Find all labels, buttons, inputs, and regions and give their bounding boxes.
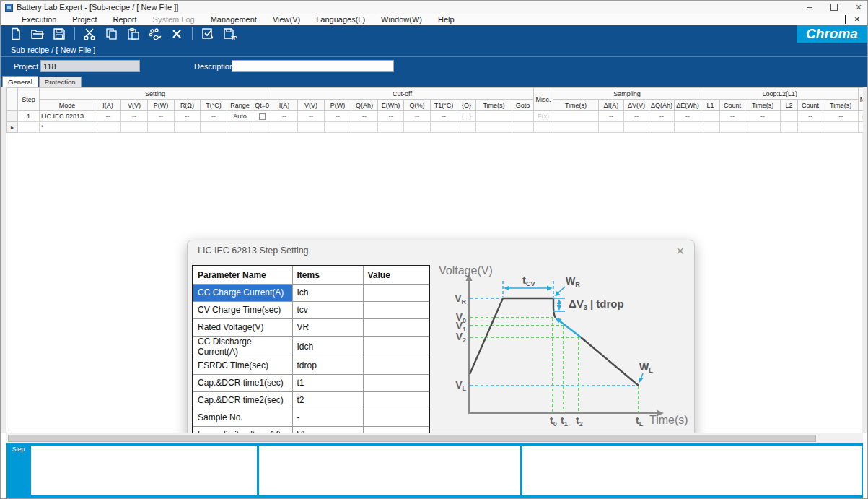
description-input[interactable] xyxy=(232,60,394,72)
cut-button[interactable] xyxy=(79,26,101,42)
grid-cell[interactable] xyxy=(253,122,271,133)
step-number-cell[interactable]: 1 xyxy=(18,111,40,122)
param-item-cell[interactable]: tdrop xyxy=(292,357,363,374)
qt0-checkbox[interactable] xyxy=(259,113,266,120)
menu-management[interactable]: Management xyxy=(203,15,265,24)
paste-button[interactable] xyxy=(123,26,144,42)
param-item-cell[interactable]: t1 xyxy=(292,374,363,391)
open-button[interactable] xyxy=(27,26,48,42)
grid-cell[interactable] xyxy=(121,122,148,133)
grid-cell[interactable]: -- xyxy=(404,111,431,122)
param-name-cell[interactable]: CC Charge Current(A) xyxy=(193,284,292,301)
grid-cell[interactable]: -- xyxy=(325,111,351,122)
grid-cell[interactable]: {...} xyxy=(859,111,863,122)
grid-cell[interactable]: -- xyxy=(378,111,404,122)
param-item-cell[interactable]: Ich xyxy=(292,284,363,301)
param-name-cell[interactable]: Rated Voltage(V) xyxy=(193,318,292,336)
param-name-cell[interactable]: Cap.&DCR time1(sec) xyxy=(193,374,292,391)
param-name-cell[interactable]: CC Discharge Current(A) xyxy=(193,336,292,357)
param-name-cell[interactable]: Cap.&DCR time2(sec) xyxy=(193,391,292,409)
grid-cell[interactable]: -- xyxy=(148,111,175,122)
grid-cell[interactable]: -- xyxy=(823,111,859,122)
grid-cell[interactable] xyxy=(476,122,512,133)
close-icon[interactable]: ✕ xyxy=(854,3,863,12)
grid-cell[interactable] xyxy=(720,122,745,133)
grid-cell[interactable] xyxy=(781,122,798,133)
grid-cell[interactable]: -- xyxy=(720,111,745,122)
menu-languages[interactable]: Languages(L) xyxy=(308,15,373,24)
param-value-cell[interactable] xyxy=(363,318,429,336)
dialog-close-icon[interactable]: ✕ xyxy=(675,245,685,258)
grid-cell[interactable] xyxy=(431,122,457,133)
menu-window[interactable]: Window(W) xyxy=(373,15,430,24)
grid-cell[interactable]: -- xyxy=(649,111,675,122)
grid-cell[interactable] xyxy=(701,122,720,133)
grid-cell[interactable] xyxy=(175,122,201,133)
menu-help[interactable]: Help xyxy=(430,15,463,24)
grid-cell[interactable] xyxy=(599,122,624,133)
grid-cell[interactable]: {...} xyxy=(457,111,476,122)
param-item-cell[interactable]: tcv xyxy=(292,301,363,318)
grid-cell[interactable]: -- xyxy=(745,111,781,122)
grid-cell[interactable] xyxy=(253,111,271,122)
grid-cell[interactable] xyxy=(227,122,253,133)
param-item-cell[interactable]: Idch xyxy=(292,336,363,357)
grid-cell[interactable] xyxy=(534,122,553,133)
grid-cell[interactable] xyxy=(823,122,859,133)
menu-execution[interactable]: Execution xyxy=(14,15,64,24)
save-button[interactable] xyxy=(48,26,70,42)
param-value-cell[interactable] xyxy=(363,409,429,426)
row-marker[interactable]: ▸ xyxy=(7,122,18,133)
minimize-icon[interactable] xyxy=(805,3,814,12)
grid-cell[interactable] xyxy=(404,122,431,133)
check-recipe-button[interactable] xyxy=(197,26,219,42)
grid-cell[interactable] xyxy=(798,122,823,133)
grid-cell[interactable] xyxy=(553,111,599,122)
grid-cell[interactable]: -- xyxy=(599,111,624,122)
grid-cell[interactable]: -- xyxy=(175,111,201,122)
menu-report[interactable]: Report xyxy=(105,15,145,24)
grid-cell[interactable] xyxy=(781,111,798,122)
grid-cell[interactable] xyxy=(271,122,298,133)
grid-cell[interactable]: -- xyxy=(201,111,227,122)
mdi-restore-icon[interactable] xyxy=(845,16,846,23)
grid-cell[interactable] xyxy=(378,122,404,133)
grid-cell[interactable] xyxy=(351,122,378,133)
grid-cell[interactable] xyxy=(859,122,863,133)
grid-cell[interactable] xyxy=(148,122,175,133)
restore-icon[interactable] xyxy=(830,3,838,12)
grid-cell[interactable] xyxy=(701,111,720,122)
grid-cell[interactable] xyxy=(512,122,534,133)
grid-cell[interactable] xyxy=(553,122,599,133)
grid-cell[interactable] xyxy=(624,122,649,133)
horizontal-scrollbar[interactable] xyxy=(6,433,863,443)
grid-cell[interactable]: * xyxy=(40,122,95,133)
param-name-cell[interactable]: CV Charge Time(sec) xyxy=(193,301,292,318)
delete-button[interactable] xyxy=(166,26,188,42)
menu-project[interactable]: Project xyxy=(64,15,105,24)
tab-general[interactable]: General xyxy=(2,76,38,87)
grid-cell[interactable] xyxy=(325,122,351,133)
grid-cell[interactable]: -- xyxy=(95,111,121,122)
grid-cell[interactable]: -- xyxy=(431,111,457,122)
param-value-cell[interactable] xyxy=(363,284,429,301)
grid-cell[interactable]: Auto xyxy=(227,111,253,122)
project-input[interactable] xyxy=(40,60,140,72)
paw-button[interactable] xyxy=(144,26,166,42)
grid-cell[interactable]: -- xyxy=(298,111,325,122)
grid-cell[interactable] xyxy=(512,111,534,122)
param-value-cell[interactable] xyxy=(363,374,429,391)
grid-cell[interactable] xyxy=(201,122,227,133)
grid-cell[interactable]: -- xyxy=(624,111,649,122)
grid-cell[interactable] xyxy=(675,122,701,133)
param-name-cell[interactable]: Sample No. xyxy=(193,409,292,426)
grid-cell[interactable] xyxy=(95,122,121,133)
grid-cell[interactable]: -- xyxy=(798,111,823,122)
grid-cell[interactable]: F(x) xyxy=(534,111,553,122)
new-file-button[interactable] xyxy=(5,26,27,42)
grid-cell[interactable] xyxy=(745,122,781,133)
grid-cell[interactable]: -- xyxy=(271,111,298,122)
param-item-cell[interactable]: VR xyxy=(292,318,363,336)
scrollbar-thumb[interactable] xyxy=(8,435,816,442)
param-item-cell[interactable]: t2 xyxy=(292,391,363,409)
